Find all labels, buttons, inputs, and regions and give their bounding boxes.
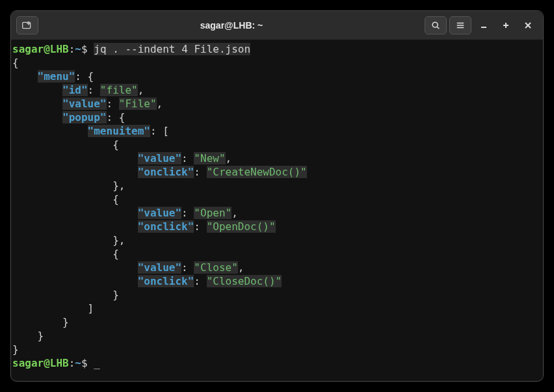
json-key: "onclick" (138, 166, 194, 178)
svg-line-7 (437, 27, 439, 29)
search-button[interactable] (425, 16, 447, 34)
window-title: sagar@LHB: ~ (38, 20, 425, 31)
menu-button[interactable] (449, 16, 471, 34)
json-key: "menu" (38, 70, 75, 83)
json-key: "value" (138, 207, 181, 219)
json-key: "menuitem" (88, 125, 150, 137)
titlebar-left (16, 16, 38, 34)
search-icon (431, 21, 440, 30)
hamburger-icon (456, 21, 465, 30)
prompt-user: sagar@LHB (12, 43, 69, 55)
titlebar-right (425, 16, 538, 34)
json-string: "OpenDoc()" (207, 220, 276, 233)
json-string: "Close" (194, 261, 237, 274)
json-line: { (12, 57, 19, 69)
json-string: "CloseDoc()" (207, 275, 282, 287)
json-string: "File" (119, 98, 157, 110)
json-string: "file" (100, 84, 138, 96)
close-icon (524, 21, 532, 29)
prompt-sep: : (69, 43, 75, 55)
json-string: "CreateNewDoc()" (207, 166, 307, 178)
prompt-path: ~ (75, 357, 81, 369)
json-key: "onclick" (138, 220, 194, 233)
terminal-body[interactable]: sagar@LHB:~$ jq . --indent 4 File.json {… (11, 40, 543, 381)
svg-point-6 (432, 22, 438, 27)
prompt-symbol: $ (81, 357, 88, 369)
minimize-icon (480, 21, 488, 29)
minimize-button[interactable] (474, 16, 494, 34)
new-tab-button[interactable] (16, 16, 38, 34)
close-button[interactable] (518, 16, 538, 34)
json-string: "New" (194, 152, 225, 164)
maximize-icon (502, 21, 510, 29)
json-string: "Open" (194, 207, 231, 219)
prompt-user: sagar@LHB (12, 357, 69, 369)
prompt-path: ~ (75, 43, 81, 55)
json-key: "value" (138, 261, 181, 274)
json-key: "popup" (62, 111, 106, 124)
json-key: "value" (62, 98, 106, 110)
cursor: _ (94, 357, 100, 369)
new-tab-icon (22, 21, 33, 30)
json-key: "value" (138, 152, 181, 164)
terminal-window: sagar@LHB: ~ (10, 10, 544, 382)
command-text: jq . --indent 4 File.json (94, 43, 250, 55)
maximize-button[interactable] (496, 16, 516, 34)
json-key: "id" (62, 84, 88, 96)
prompt-symbol: $ (81, 43, 88, 55)
json-key: "onclick" (138, 275, 194, 287)
titlebar: sagar@LHB: ~ (11, 11, 543, 40)
